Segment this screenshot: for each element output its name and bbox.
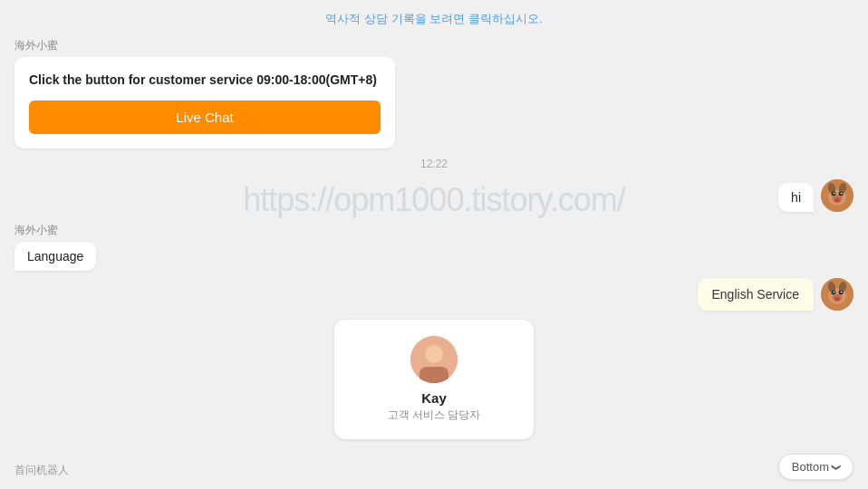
svg-point-9 bbox=[834, 198, 840, 202]
live-chat-button[interactable]: Live Chat bbox=[29, 101, 381, 134]
svg-point-18 bbox=[841, 291, 843, 292]
user-message-row-1: hi bbox=[14, 179, 854, 212]
bot-label-2: 海外小蜜 bbox=[14, 223, 58, 238]
kay-name: Kay bbox=[371, 390, 497, 406]
kay-card: Kay 고객 서비스 담당자 bbox=[334, 320, 534, 439]
bot-section-1: 海外小蜜 Click the button for customer servi… bbox=[14, 38, 854, 149]
svg-point-21 bbox=[425, 345, 443, 363]
svg-point-8 bbox=[841, 192, 843, 194]
english-service-bubble[interactable]: English Service bbox=[698, 278, 815, 311]
bot-label-1: 海外小蜜 bbox=[14, 38, 854, 53]
user-avatar-1 bbox=[821, 179, 854, 212]
service-card: Click the button for customer service 09… bbox=[14, 57, 395, 149]
kay-card-wrapper: Kay 고객 서비스 담당자 bbox=[14, 320, 854, 439]
bot-section-2: 海外小蜜 Language bbox=[14, 219, 854, 271]
user-avatar-2 bbox=[821, 278, 854, 311]
card-text: Click the button for customer service 09… bbox=[29, 72, 381, 90]
user-bubble-1: hi bbox=[778, 183, 814, 212]
chat-container: 역사적 상담 기록을 보려면 클릭하십시오. https://opm1000.t… bbox=[0, 0, 868, 489]
english-service-row: English Service bbox=[14, 278, 854, 311]
history-link[interactable]: 역사적 상담 기록을 보려면 클릭하십시오. bbox=[0, 0, 868, 34]
svg-point-19 bbox=[834, 297, 840, 301]
svg-rect-23 bbox=[420, 367, 448, 383]
kay-title: 고객 서비스 담당자 bbox=[371, 408, 497, 423]
messages-area: 海外小蜜 Click the button for customer servi… bbox=[0, 34, 868, 489]
language-bubble[interactable]: Language bbox=[14, 242, 96, 271]
svg-point-7 bbox=[834, 192, 835, 194]
svg-point-17 bbox=[834, 291, 835, 292]
kay-avatar bbox=[410, 336, 458, 383]
timestamp: 12:22 bbox=[14, 158, 854, 170]
